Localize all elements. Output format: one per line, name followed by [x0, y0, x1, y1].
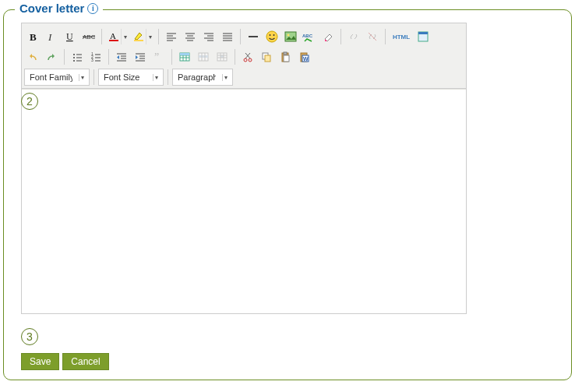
emoticon-button[interactable] [263, 28, 280, 45]
erase-formatting-button[interactable] [319, 28, 337, 45]
copy-button[interactable] [258, 48, 275, 65]
svg-text:B: B [30, 31, 37, 42]
svg-rect-7 [134, 40, 143, 41]
chevron-down-icon: ▾ [222, 74, 229, 81]
toolbar-row-1: B I U ABC A ▾ ▾ [24, 26, 464, 47]
editor-content-area[interactable] [22, 89, 466, 313]
svg-point-25 [266, 31, 277, 42]
font-size-select[interactable]: Font Size ▾ [98, 69, 164, 86]
svg-rect-62 [199, 55, 208, 58]
font-family-select[interactable]: Font Family ▾ [24, 69, 90, 86]
info-icon[interactable]: i [87, 3, 98, 14]
indent-button[interactable] [132, 48, 149, 65]
paste-button[interactable] [277, 48, 294, 65]
svg-rect-28 [285, 32, 296, 41]
font-size-label: Font Size [104, 72, 146, 82]
chevron-down-icon: ▾ [121, 29, 129, 44]
svg-rect-76 [265, 55, 270, 62]
html-source-button[interactable]: HTML [390, 28, 413, 45]
cut-button[interactable] [239, 48, 256, 65]
undo-button[interactable] [24, 48, 41, 65]
svg-rect-33 [418, 32, 428, 34]
strikethrough-button[interactable]: ABC [80, 28, 97, 45]
separator [108, 49, 109, 65]
cover-letter-panel: Cover letter i B I U ABC [3, 9, 572, 380]
html-label: HTML [393, 34, 410, 41]
paragraph-format-label: Paragraph [178, 72, 216, 82]
insert-table-button[interactable] [176, 48, 193, 65]
svg-text:3: 3 [91, 58, 93, 62]
svg-point-29 [288, 34, 290, 37]
svg-point-72 [249, 58, 252, 62]
toolbar-row-2: 123 ” [24, 47, 464, 67]
svg-point-38 [73, 60, 75, 62]
svg-text:I: I [48, 31, 52, 42]
editor-toolbar: B I U ABC A ▾ ▾ [22, 23, 466, 89]
panel-legend: Cover letter i [15, 2, 103, 15]
separator [235, 49, 235, 65]
highlight-button[interactable]: ▾ [131, 28, 154, 45]
paste-word-button[interactable]: W [295, 48, 312, 65]
blockquote-button[interactable]: ” [150, 48, 168, 65]
save-button[interactable]: Save [21, 353, 59, 370]
chevron-down-icon: ▾ [146, 29, 153, 44]
toolbar-row-3: Font Family ▾ Font Size ▾ Paragraph ▾ [24, 67, 464, 87]
svg-point-27 [273, 34, 275, 36]
image-button[interactable] [282, 28, 299, 45]
separator [240, 29, 241, 44]
align-left-button[interactable] [163, 28, 180, 45]
chevron-down-icon: ▾ [79, 74, 86, 81]
separator [93, 69, 94, 85]
svg-text:A: A [110, 31, 116, 41]
svg-rect-78 [284, 52, 287, 55]
svg-text:”: ” [154, 51, 159, 62]
spellcheck-button[interactable]: ABC [301, 28, 318, 45]
align-center-button[interactable] [182, 28, 199, 45]
bullet-list-button[interactable] [69, 48, 86, 65]
svg-point-26 [270, 34, 271, 36]
separator [158, 29, 159, 44]
svg-text:ABC: ABC [302, 34, 313, 38]
panel-title: Cover letter [19, 2, 84, 15]
chevron-down-icon: ▾ [153, 74, 160, 81]
svg-text:U: U [66, 31, 73, 42]
unlink-button[interactable] [364, 28, 381, 45]
separator [64, 49, 65, 65]
separator [171, 49, 172, 65]
horizontal-rule-button[interactable] [245, 28, 262, 45]
cancel-button[interactable]: Cancel [62, 353, 108, 370]
numbered-list-button[interactable]: 123 [87, 48, 104, 65]
link-button[interactable] [345, 28, 362, 45]
text-color-button[interactable]: A ▾ [106, 28, 129, 45]
svg-rect-79 [284, 55, 289, 62]
table-cell-button[interactable] [213, 48, 231, 65]
separator [101, 29, 102, 44]
font-family-label: Font Family [30, 72, 72, 82]
outdent-button[interactable] [113, 48, 130, 65]
separator [385, 29, 386, 44]
fullscreen-button[interactable] [414, 28, 432, 45]
separator [168, 69, 168, 85]
italic-button[interactable]: I [43, 28, 60, 45]
svg-rect-60 [180, 53, 189, 55]
table-row-button[interactable] [195, 48, 212, 65]
step-badge-2: 2 [21, 93, 38, 110]
bold-button[interactable]: B [24, 28, 41, 45]
action-buttons: Save Cancel [21, 353, 557, 370]
svg-text:W: W [303, 56, 309, 62]
redo-button[interactable] [43, 48, 60, 65]
separator [340, 29, 341, 44]
svg-rect-6 [109, 40, 118, 41]
step-badge-3: 3 [21, 328, 38, 345]
svg-point-34 [73, 54, 75, 55]
svg-point-71 [244, 58, 247, 62]
paragraph-format-select[interactable]: Paragraph ▾ [172, 69, 233, 86]
rich-text-editor: B I U ABC A ▾ ▾ [21, 23, 467, 314]
svg-point-36 [73, 57, 75, 58]
align-justify-button[interactable] [219, 28, 236, 45]
underline-button[interactable]: U [62, 28, 79, 45]
align-right-button[interactable] [200, 28, 217, 45]
